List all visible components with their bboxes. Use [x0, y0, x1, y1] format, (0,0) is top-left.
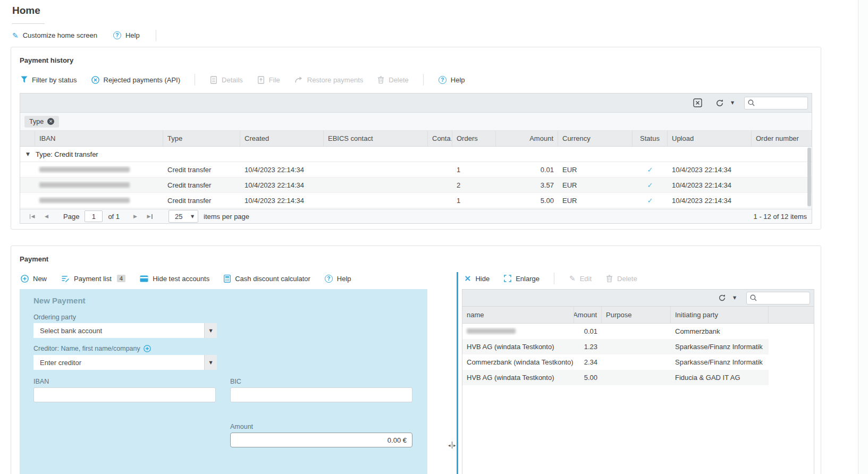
header-purpose[interactable]: Purpose [602, 307, 671, 323]
table-scrollbar[interactable] [807, 147, 811, 208]
cell-created: 10/4/2023 22:14:34 [240, 197, 324, 205]
history-grid-toolbar: ▼ [20, 94, 812, 113]
restore-arrow-icon [294, 76, 303, 83]
splitter-right-arrow-icon: ▸ [453, 443, 456, 448]
search-icon [748, 99, 755, 106]
refresh-button[interactable] [712, 97, 727, 109]
cell-name: Commerzbank (windata Testkonto) [462, 358, 574, 366]
table-row[interactable]: Credit transfer 10/4/2023 22:14:34 1 5.0… [20, 193, 812, 208]
last-page-button[interactable]: ▶ [142, 211, 157, 222]
payment-history-grid: ▼ Type × IBAN Type Created EBICS contact [20, 93, 812, 224]
delete-label: Delete [389, 76, 409, 84]
pencil-icon: ✎ [569, 274, 576, 283]
enlarge-button[interactable]: Enlarge [504, 275, 540, 283]
header-currency[interactable]: Currency [558, 131, 633, 146]
payment-list-header-row: name Amount Purpose Initiating party [462, 307, 814, 324]
creditor-select[interactable]: Enter creditor ▼ [33, 355, 217, 370]
iban-field[interactable] [33, 387, 216, 402]
cell-name [462, 327, 574, 335]
edit-button[interactable]: ✎ Edit [569, 274, 592, 283]
details-icon [210, 76, 217, 84]
type-filter-chip[interactable]: Type × [24, 116, 59, 128]
help-icon: ? [325, 275, 333, 283]
header-contact[interactable]: Conta… [428, 131, 452, 146]
cash-discount-calculator-button[interactable]: Cash discount calculator [224, 275, 310, 283]
export-excel-button[interactable] [690, 97, 705, 109]
panel-splitter[interactable] [457, 272, 458, 474]
header-ebics-contact[interactable]: EBICS contact [324, 131, 428, 146]
header-iban[interactable]: IBAN [35, 131, 163, 146]
first-page-button[interactable]: ◀ [25, 211, 39, 222]
header-type[interactable]: Type [163, 131, 240, 146]
add-creditor-icon[interactable] [144, 345, 151, 352]
rejected-payments-button[interactable]: Rejected payments (API) [91, 76, 181, 84]
edit-label: Edit [580, 275, 592, 283]
payment-list-search-input[interactable] [760, 294, 806, 302]
delete-list-item-button[interactable]: Delete [606, 275, 637, 283]
list-item[interactable]: 0.01 Commerzbank [462, 324, 814, 339]
previous-page-button[interactable]: ◀ [39, 211, 54, 222]
table-row[interactable]: Credit transfer 10/4/2023 22:14:34 1 0.0… [20, 162, 812, 177]
bic-field[interactable] [230, 387, 412, 402]
restore-payments-button[interactable]: Restore payments [294, 76, 364, 84]
header-filler [769, 307, 814, 323]
cell-currency: EUR [558, 181, 633, 189]
file-icon [257, 76, 265, 84]
ordering-party-select[interactable]: Select bank account ▼ [33, 323, 217, 338]
delete-button[interactable]: Delete [377, 76, 409, 84]
header-upload[interactable]: Upload [668, 131, 752, 146]
history-header-row: IBAN Type Created EBICS contact Conta… O… [20, 131, 812, 147]
page-number-input[interactable] [85, 210, 103, 222]
header-orders[interactable]: Orders [452, 131, 496, 146]
header-name[interactable]: name [462, 307, 574, 323]
payment-history-panel: Payment history Filter by status Rejecte… [11, 47, 821, 230]
customize-home-button[interactable]: ✎ Customize home screen [12, 31, 97, 40]
funnel-icon [21, 76, 28, 83]
group-row-credit-transfer[interactable]: ▼ Type: Credit transfer [20, 147, 812, 162]
refresh-button[interactable] [714, 292, 729, 304]
history-search-input[interactable] [757, 99, 804, 107]
cell-amount: 0.01 [574, 327, 602, 335]
details-button[interactable]: Details [210, 76, 243, 84]
page-size-select[interactable]: 25 ▼ [168, 210, 198, 223]
header-order-number[interactable]: Order number [752, 131, 812, 146]
trash-icon [606, 275, 613, 283]
list-item[interactable]: Commerzbank (windata Testkonto) 2.34 Spa… [462, 354, 814, 370]
payment-help-button[interactable]: ? Help [325, 275, 351, 283]
page-title: Home [12, 5, 40, 16]
refresh-options-caret[interactable]: ▼ [729, 292, 740, 304]
new-payment-button[interactable]: New [21, 275, 47, 283]
filter-by-status-button[interactable]: Filter by status [21, 76, 77, 84]
file-button[interactable]: File [257, 76, 280, 84]
payment-toolbar: New Payment list 4 Hide test accounts Ca… [21, 270, 366, 286]
header-created[interactable]: Created [240, 131, 324, 146]
list-item[interactable]: HVB AG (windata Testkonto) 5.00 Fiducia … [462, 370, 814, 385]
scrollbar-thumb[interactable] [807, 148, 811, 206]
items-per-page-label: items per page [204, 213, 249, 221]
payment-list-button[interactable]: Payment list 4 [61, 275, 125, 283]
next-page-button[interactable]: ▶ [128, 211, 142, 222]
remove-filter-icon[interactable]: × [47, 118, 54, 125]
amount-field[interactable] [230, 433, 412, 447]
enlarge-icon [504, 275, 511, 282]
hide-test-accounts-button[interactable]: Hide test accounts [140, 275, 209, 283]
header-status[interactable]: Status [633, 131, 668, 146]
refresh-options-caret[interactable]: ▼ [727, 97, 738, 109]
header-amount[interactable]: Amount [574, 307, 602, 323]
hide-list-button[interactable]: × Hide [464, 274, 490, 283]
help-label: Help [125, 31, 140, 39]
header-amount[interactable]: Amount [496, 131, 558, 146]
cell-name: HVB AG (windata Testkonto) [462, 374, 574, 382]
payment-title: Payment [20, 255, 48, 263]
list-item[interactable]: HVB AG (windata Testkonto) 1.23 Sparkass… [462, 339, 814, 354]
splitter-handle[interactable]: ◂ ▸ [448, 442, 456, 448]
refresh-group: ▼ [714, 292, 740, 304]
table-row[interactable]: Credit transfer 10/4/2023 22:14:34 2 3.5… [20, 177, 812, 193]
splitter-bar [452, 442, 453, 448]
history-help-button[interactable]: ? Help [439, 76, 465, 84]
collapse-group-icon[interactable]: ▼ [26, 151, 30, 157]
calculator-icon [224, 275, 231, 283]
help-button[interactable]: ? Help [113, 31, 140, 39]
header-initiating-party[interactable]: Initiating party [671, 307, 769, 323]
window-scrollbar[interactable] [858, 0, 868, 474]
